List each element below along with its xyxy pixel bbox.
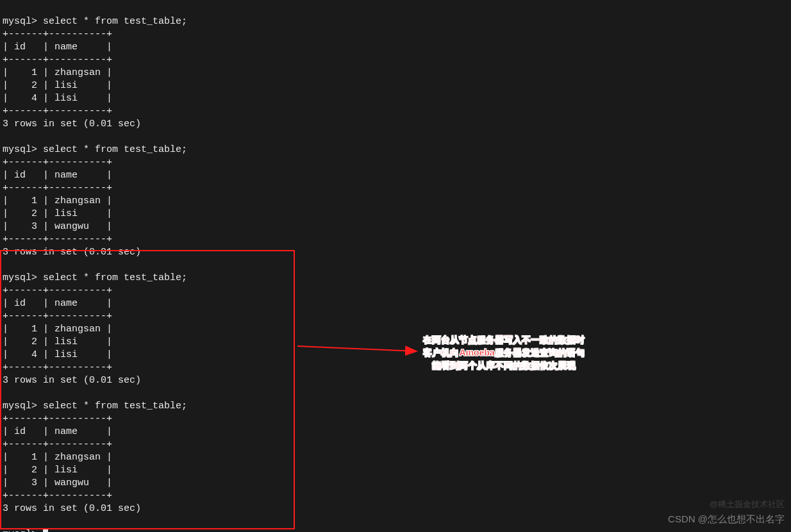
table-sep: +------+----------+ <box>3 157 112 168</box>
table-sep: +------+----------+ <box>3 54 112 65</box>
table-row: | 2 | lisi | <box>3 208 112 219</box>
prompt: mysql> select * from test_table; <box>3 272 187 283</box>
table-sep: +------+----------+ <box>3 362 112 373</box>
table-sep: +------+----------+ <box>3 285 112 296</box>
prompt: mysql> select * from test_table; <box>3 401 187 411</box>
table-row: | 1 | zhangsan | <box>3 452 112 463</box>
watermark-juejin: @稀土掘金技术社区 <box>710 499 785 510</box>
prompt: mysql> select * from test_table; <box>3 16 187 27</box>
table-header: | id | name | <box>3 42 112 53</box>
table-row: | 4 | lisi | <box>3 349 112 360</box>
table-row: | 1 | zhangsan | <box>3 67 112 78</box>
table-sep: +------+----------+ <box>3 234 112 245</box>
annotation-line: 能看到两个从库不同的数据依次展现 <box>423 359 585 372</box>
table-sep: +------+----------+ <box>3 183 112 194</box>
table-sep: +------+----------+ <box>3 106 112 117</box>
annotation-line: 在两台从节点服务器写入不一致的数据时 <box>423 333 585 346</box>
prompt: mysql> select * from test_table; <box>3 144 187 155</box>
annotation-line: 客户机向Amoeba服务器发送查询的语句 <box>423 346 585 359</box>
cursor-icon <box>43 528 48 532</box>
watermark-csdn: CSDN @怎么也想不出名字 <box>668 513 785 526</box>
table-row: | 1 | zhangsan | <box>3 324 112 335</box>
table-row: | 1 | zhangsan | <box>3 195 112 206</box>
table-row: | 2 | lisi | <box>3 465 112 476</box>
table-row: | 3 | wangwu | <box>3 478 112 488</box>
result-msg: 3 rows in set (0.01 sec) <box>3 247 141 258</box>
table-header: | id | name | <box>3 170 112 181</box>
table-header: | id | name | <box>3 426 112 437</box>
table-sep: +------+----------+ <box>3 311 112 322</box>
prompt[interactable]: mysql> <box>3 529 48 532</box>
table-row: | 3 | wangwu | <box>3 221 112 232</box>
table-row: | 2 | lisi | <box>3 337 112 347</box>
result-msg: 3 rows in set (0.01 sec) <box>3 503 141 514</box>
table-sep: +------+----------+ <box>3 29 112 40</box>
terminal-output: mysql> select * from test_table; +------… <box>0 0 791 532</box>
table-header: | id | name | <box>3 298 112 309</box>
result-msg: 3 rows in set (0.01 sec) <box>3 119 141 129</box>
table-sep: +------+----------+ <box>3 413 112 424</box>
table-sep: +------+----------+ <box>3 490 112 501</box>
table-row: | 4 | lisi | <box>3 93 112 104</box>
result-msg: 3 rows in set (0.01 sec) <box>3 375 141 386</box>
table-row: | 2 | lisi | <box>3 80 112 91</box>
annotation-text: 在两台从节点服务器写入不一致的数据时 客户机向Amoeba服务器发送查询的语句 … <box>423 333 585 372</box>
table-sep: +------+----------+ <box>3 439 112 450</box>
